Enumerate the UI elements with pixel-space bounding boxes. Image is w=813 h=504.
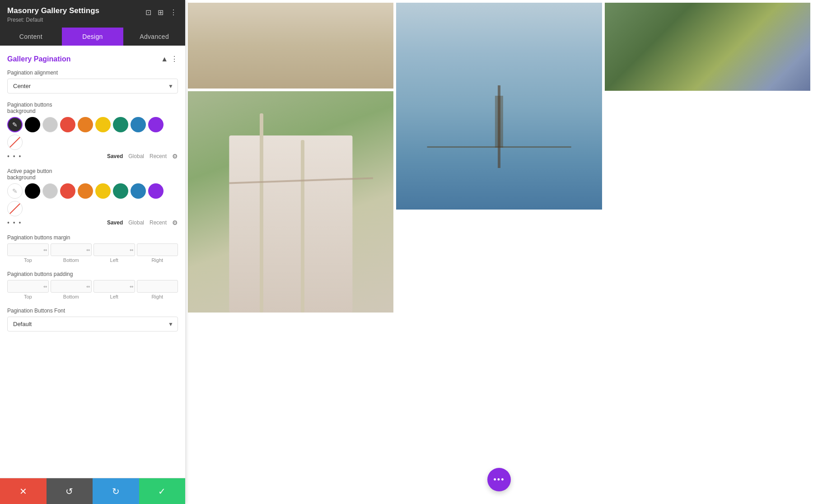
padding-right-input[interactable] [137,280,178,293]
panel-scroll-area: Gallery Pagination ▲ ⋮ Pagination alignm… [0,46,185,478]
settings-panel: Masonry Gallery Settings Preset: Default… [0,0,185,504]
pagination-buttons-bg-label: Pagination buttonsbackground [7,102,178,114]
gallery-image-dock [396,3,602,210]
tab-bar: Content Design Advanced [0,28,185,46]
active-color-swatch-blue[interactable] [131,183,146,199]
section-controls: ▲ ⋮ [161,55,178,63]
cancel-button[interactable]: ✕ [0,478,47,504]
pagination-font-select-wrapper: Default Arial Georgia Helvetica ▼ [7,317,178,331]
padding-left-field: ⇔ Left [93,280,135,299]
padding-left-input[interactable] [93,280,135,293]
padding-bottom-input[interactable] [51,280,92,293]
redo-button[interactable]: ↻ [93,478,139,504]
panel-header: Masonry Gallery Settings Preset: Default… [0,0,185,28]
padding-top-input[interactable] [7,280,49,293]
active-color-swatch-yellow[interactable] [95,183,111,199]
panel-icons: ⊡ ⊞ ⋮ [145,7,178,18]
pagination-padding-grid: ⇔ Top ⇔ Bottom ⇔ Left [7,280,178,299]
active-color-swatch-none[interactable] [7,201,23,216]
tab-design[interactable]: Design [62,28,124,46]
color-swatch-red[interactable] [60,117,75,132]
active-color-tab-recent[interactable]: Recent [150,219,167,226]
pagination-padding-label: Pagination buttons padding [7,271,178,277]
color-swatch-black[interactable] [25,117,40,132]
margin-top-field: ⇔ Top [7,243,49,263]
gallery-image-fence [188,91,393,313]
padding-bottom-field: ⇔ Bottom [51,280,92,299]
color-swatch-orange[interactable] [78,117,93,132]
padding-left-label: Left [110,294,118,299]
active-color-tab-saved[interactable]: Saved [107,219,123,226]
padding-top-link-icon: ⇔ [43,284,47,289]
section-menu-button[interactable]: ⋮ [171,55,178,63]
cancel-icon: ✕ [19,486,27,497]
active-color-tab-global[interactable]: Global [128,219,144,226]
active-color-swatch-eyedropper[interactable]: ✎ [7,183,23,199]
active-page-btn-bg-label: Active page buttonbackground [7,168,178,181]
color-more-button[interactable]: • • • [7,153,22,160]
color-swatch-purple[interactable] [148,117,164,132]
color-swatch-none[interactable] [7,135,23,150]
tab-advanced[interactable]: Advanced [123,28,185,46]
color-tab-global[interactable]: Global [128,153,144,159]
padding-top-label: Top [24,294,32,299]
more-options-icon-button[interactable]: ⋮ [169,7,178,18]
margin-right-label: Right [151,257,163,263]
focus-icon-button[interactable]: ⊡ [145,7,152,18]
color-settings-button[interactable]: ⚙ [172,153,178,160]
pagination-font-select[interactable]: Default Arial Georgia Helvetica [7,317,178,331]
floating-action-button[interactable]: ••• [487,468,511,491]
gallery-column-2 [396,3,602,501]
active-color-swatch-purple[interactable] [148,183,164,199]
color-swatch-yellow[interactable] [95,117,111,132]
active-bg-color-row: ✎ [7,183,178,216]
margin-bottom-label: Bottom [63,257,79,263]
color-swatch-blue[interactable] [131,117,146,132]
active-color-swatch-white[interactable] [42,183,58,199]
color-tab-saved[interactable]: Saved [107,153,123,159]
margin-top-link-icon: ⇔ [43,247,47,252]
pagination-margin-field: Pagination buttons margin ⇔ Top ⇔ Bottom [7,234,178,263]
padding-right-label: Right [151,294,163,299]
active-page-btn-bg-field: Active page buttonbackground ✎ • • • [7,168,178,226]
pagination-alignment-label: Pagination alignment [7,70,178,76]
pagination-font-field: Pagination Buttons Font Default Arial Ge… [7,308,178,331]
pagination-margin-grid: ⇔ Top ⇔ Bottom ⇔ Left [7,243,178,263]
tab-content[interactable]: Content [0,28,62,46]
masonry-grid [185,0,813,504]
active-color-more-button[interactable]: • • • [7,219,22,226]
margin-right-input[interactable] [137,243,178,256]
section-header: Gallery Pagination ▲ ⋮ [7,55,178,63]
color-tab-recent[interactable]: Recent [150,153,167,159]
active-color-settings-button[interactable]: ⚙ [172,219,178,226]
color-swatch-eyedropper[interactable]: ✎ [7,117,23,132]
undo-icon: ↺ [65,486,73,497]
pagination-alignment-select[interactable]: Center Left Right [7,79,178,93]
margin-left-input[interactable] [93,243,135,256]
padding-left-link-icon: ⇔ [130,284,133,289]
margin-top-input[interactable] [7,243,49,256]
fab-icon: ••• [494,475,505,485]
active-color-swatch-black[interactable] [25,183,40,199]
padding-bottom-label: Bottom [63,294,79,299]
active-color-swatch-green[interactable] [113,183,128,199]
undo-button[interactable]: ↺ [47,478,93,504]
color-swatch-white[interactable] [42,117,58,132]
panel-title: Masonry Gallery Settings [7,6,145,15]
grid-icon-button[interactable]: ⊞ [157,7,164,18]
gallery-column-3 [605,3,810,501]
pagination-bg-color-row: ✎ [7,117,178,150]
color-swatch-green[interactable] [113,117,128,132]
margin-left-field: ⇔ Left [93,243,135,263]
pagination-font-label: Pagination Buttons Font [7,308,178,314]
active-color-swatch-red[interactable] [60,183,75,199]
pagination-padding-field: Pagination buttons padding ⇔ Top ⇔ Botto… [7,271,178,299]
margin-left-link-icon: ⇔ [130,247,133,252]
padding-right-field: Right [137,280,178,299]
section-collapse-button[interactable]: ▲ [161,55,168,63]
panel-title-group: Masonry Gallery Settings Preset: Default [7,6,145,23]
active-color-swatch-orange[interactable] [78,183,93,199]
margin-bottom-input[interactable] [51,243,92,256]
gallery-preview-area: 1 2 Next ••• [185,0,813,504]
save-button[interactable]: ✓ [139,478,186,504]
